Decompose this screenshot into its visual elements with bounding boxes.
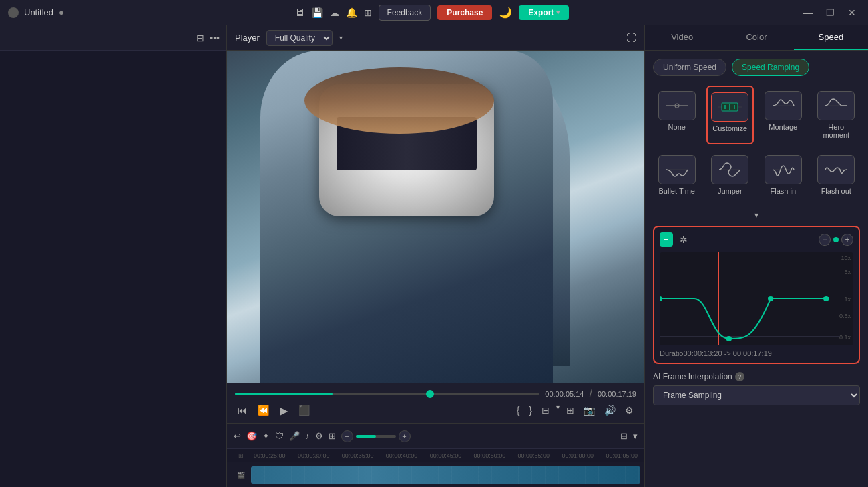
step-back-button[interactable]: ⏪ [255, 403, 272, 417]
video-bg [227, 51, 644, 383]
timeline-area: ↩ 🎯 ✦ 🛡 🎤 ♪ ⚙ ⊞ − + ⊟ ▾ ⊞ [227, 423, 644, 487]
ai-frame-select[interactable]: Frame Sampling Frame Blending Optical Fl… [653, 385, 860, 405]
effects-icon[interactable]: ✦ [262, 431, 270, 441]
scrubber-thumb[interactable] [426, 390, 434, 398]
title-status-icon: ● [59, 7, 64, 17]
ruler-marks: 00:00:25:00 00:00:30:00 00:00:35:00 00:0… [251, 452, 640, 459]
speed-ramping-button[interactable]: Speed Ramping [732, 59, 809, 76]
layout-icon[interactable]: ⊞ [329, 431, 336, 441]
preset-none[interactable]: None [653, 86, 701, 144]
filter-icon[interactable]: ⊟ [196, 33, 204, 43]
preset-flash-in[interactable]: Flash in [759, 150, 807, 200]
graph-zoom-out-button[interactable]: − [819, 234, 831, 246]
left-panel-media-bin [0, 51, 226, 487]
timeline-scrubber[interactable] [235, 393, 539, 395]
ruler-label: 00:00:55:00 [518, 452, 550, 459]
play-button[interactable]: ▶ [277, 403, 290, 418]
theme-toggle-icon[interactable]: 🌙 [499, 6, 512, 19]
speed-presets-grid: None Cust [653, 86, 860, 200]
preset-bullet-time[interactable]: Bullet Time [653, 150, 701, 200]
graph-label-5x: 5x [844, 269, 851, 275]
undo-icon[interactable]: ↩ [234, 431, 241, 441]
purchase-button[interactable]: Purchase [437, 5, 492, 20]
rewind-button[interactable]: ⏮ [235, 403, 250, 417]
zoom-bar[interactable] [356, 435, 396, 438]
left-panel-toolbar: ⊟ ••• [0, 25, 226, 51]
preset-flash-out[interactable]: Flash out [813, 150, 861, 200]
export-chevron-icon: ▾ [556, 9, 560, 16]
record-icon[interactable]: 🎯 [246, 431, 257, 441]
preset-flash-in-label: Flash in [770, 187, 796, 195]
player-controls: 00:00:05:14 / 00:00:17:19 ⏮ ⏪ ▶ ⬛ { } ⊟ … [227, 383, 644, 423]
fullscreen-icon[interactable]: ⛶ [626, 32, 636, 43]
graph-dot-indicator [833, 237, 839, 242]
uniform-speed-button[interactable]: Uniform Speed [653, 59, 726, 76]
preset-customize[interactable]: Customize [706, 86, 754, 144]
mark-in-button[interactable]: { [514, 403, 523, 417]
graph-snowflake-button[interactable]: ✲ [678, 233, 689, 247]
more-icon[interactable]: ▾ [633, 431, 638, 441]
zoom-out-button[interactable]: − [341, 430, 353, 442]
shield-icon[interactable]: 🛡 [275, 431, 284, 441]
feedback-button[interactable]: Feedback [379, 5, 431, 21]
video-clip[interactable] [251, 466, 640, 484]
presets-expand[interactable]: ▾ [653, 208, 860, 220]
titlebar-right: — ❐ ✕ [799, 6, 860, 19]
sticker-icon[interactable]: ⚙ [315, 431, 323, 441]
preset-customize-icon [711, 92, 748, 122]
clip-button[interactable]: ⊟ [539, 403, 552, 417]
progress-fill [235, 393, 333, 395]
player-area: Player Full Quality ▾ ⛶ [227, 25, 644, 423]
main-person [260, 51, 553, 383]
mic-icon[interactable]: 🎤 [289, 431, 300, 441]
speed-graph-area[interactable]: 10x 5x 1x 0.5x 0.1x [660, 252, 853, 345]
close-button[interactable]: ✕ [844, 6, 860, 19]
speed-mode-selector: Uniform Speed Speed Ramping [653, 59, 860, 76]
preset-hero[interactable]: Hero moment [813, 86, 861, 144]
player-label: Player [235, 33, 260, 43]
preset-flash-in-icon [765, 155, 802, 184]
quality-select[interactable]: Full Quality [266, 30, 333, 46]
music-icon[interactable]: ♪ [305, 431, 310, 441]
tab-video[interactable]: Video [645, 25, 719, 50]
cloud-icon[interactable]: ☁ [330, 7, 339, 18]
preset-bullet-icon [658, 155, 696, 184]
preset-jumper[interactable]: Jumper [706, 150, 754, 200]
volume-button[interactable]: 🔊 [602, 403, 618, 417]
save-icon[interactable]: 💾 [312, 7, 323, 18]
split-button[interactable]: ⊞ [564, 403, 577, 417]
settings-button[interactable]: ⚙ [622, 403, 636, 417]
video-frame [227, 51, 644, 383]
timeline-zoom: − + [341, 430, 411, 442]
bell-icon[interactable]: 🔔 [346, 7, 357, 18]
timeline-strip: ⊞ 00:00:25:00 00:00:30:00 00:00:35:00 00… [227, 449, 644, 487]
graph-zoom-in-button[interactable]: + [841, 234, 853, 246]
grid-layout-icon[interactable]: ⊟ [620, 431, 628, 441]
grid-icon[interactable]: ⊞ [364, 7, 372, 18]
progress-bar-container: 00:00:05:14 / 00:00:17:19 [235, 388, 636, 400]
right-panel-tabs: Video Color Speed [645, 25, 868, 51]
main-layout: ⊟ ••• Player Full Quality ▾ ⛶ [0, 25, 868, 487]
more-options-icon[interactable]: ••• [210, 33, 220, 43]
minimize-button[interactable]: — [799, 6, 817, 19]
svg-point-16 [726, 336, 732, 341]
graph-label-05x: 0.5x [839, 313, 851, 319]
player-header-right: ⛶ [626, 32, 636, 44]
left-panel: ⊟ ••• [0, 25, 227, 487]
right-panel-content: Uniform Speed Speed Ramping None [645, 51, 868, 487]
stop-button[interactable]: ⬛ [296, 403, 312, 417]
mark-out-button[interactable]: } [526, 403, 535, 417]
preset-montage[interactable]: Montage [759, 86, 807, 144]
ruler-label: 00:00:35:00 [342, 452, 374, 459]
playback-controls-row: ⏮ ⏪ ▶ ⬛ { } ⊟ ▾ ⊞ 📷 🔊 ⚙ [235, 403, 636, 418]
zoom-in-button[interactable]: + [399, 430, 411, 442]
monitor-icon[interactable]: 🖥 [294, 7, 305, 19]
snapshot-button[interactable]: 📷 [581, 403, 598, 417]
tab-color[interactable]: Color [719, 25, 793, 50]
maximize-button[interactable]: ❐ [822, 6, 839, 19]
ai-frame-info-icon[interactable]: ? [735, 372, 744, 381]
graph-toggle-button[interactable]: − [660, 232, 673, 247]
export-button[interactable]: Export ▾ [519, 5, 569, 20]
export-label: Export [528, 8, 554, 17]
tab-speed[interactable]: Speed [794, 25, 868, 50]
